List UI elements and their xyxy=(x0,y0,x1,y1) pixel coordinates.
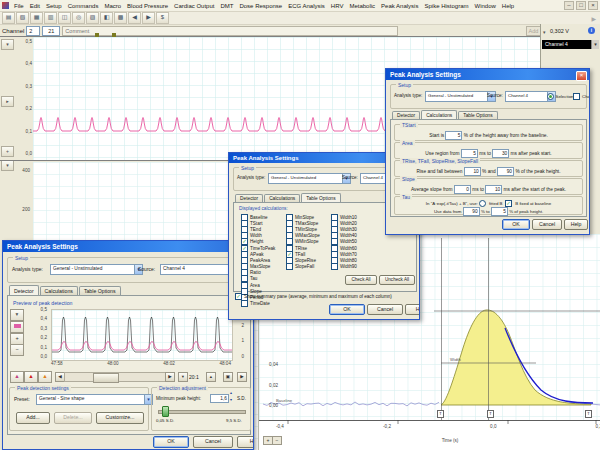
detection-mode-icon[interactable]: ▾ xyxy=(10,309,24,321)
menu-item[interactable]: Edit xyxy=(27,3,43,9)
add-preset-button[interactable]: Add... xyxy=(16,412,50,424)
slope-from-input[interactable]: 0 xyxy=(454,185,471,194)
tab-detector[interactable]: Detector xyxy=(9,285,39,295)
risefall-high-input[interactable]: 90 xyxy=(497,167,514,176)
menu-item[interactable]: DMT xyxy=(217,3,236,9)
menu-item[interactable]: ECG Analysis xyxy=(285,3,328,9)
help-button[interactable]: Help xyxy=(237,436,254,448)
info-icon[interactable]: i xyxy=(588,27,595,34)
customize-preset-button[interactable]: Customize... xyxy=(96,412,144,424)
menu-item[interactable]: Spike Histogram xyxy=(421,3,471,9)
peak-shape-button-1[interactable]: ▲ xyxy=(10,371,24,383)
view-mode-icon[interactable]: ▣ xyxy=(223,372,233,382)
start-icon[interactable]: ▶ xyxy=(591,15,600,22)
sampling-icon[interactable]: $ xyxy=(156,12,169,24)
min-peak-height-input[interactable]: 1,6 xyxy=(210,394,229,403)
area-to-input[interactable]: 30 xyxy=(492,149,509,158)
spinner-up-icon[interactable]: ▴ xyxy=(230,390,232,395)
notes-icon[interactable]: ▨ xyxy=(86,12,99,24)
save-icon[interactable]: ▦ xyxy=(30,12,43,24)
uncheck-all-button[interactable]: Uncheck All xyxy=(379,275,415,285)
peak-start-marker[interactable]: T xyxy=(437,410,444,418)
scroll-right-icon[interactable]: ▶ xyxy=(165,372,175,382)
summary-pane-checkbox[interactable]: ✓Show summary pane (average, minimum and… xyxy=(235,293,392,299)
menu-item[interactable]: Commands xyxy=(65,3,102,9)
menu-item[interactable]: Window xyxy=(471,3,498,9)
scrollbar-thumb[interactable] xyxy=(93,373,119,383)
tau-to-input[interactable]: 5 xyxy=(491,207,508,216)
next-block-icon[interactable]: ▶ xyxy=(142,12,155,24)
menu-item[interactable]: Blood Pressure xyxy=(124,3,171,9)
spinner-down-icon[interactable]: ▾ xyxy=(230,397,232,402)
ok-button[interactable]: OK xyxy=(329,304,365,315)
source-select[interactable]: Channel 4▾ xyxy=(160,264,237,275)
close-icon[interactable]: × xyxy=(588,1,598,10)
menu-item[interactable]: Cardiac Output xyxy=(171,3,217,9)
zoom-out-icon[interactable]: − xyxy=(10,344,24,356)
ok-button[interactable]: OK xyxy=(502,219,530,230)
block-number-box[interactable]: 21 xyxy=(42,26,60,36)
menu-item[interactable]: Peak Analysis xyxy=(378,3,421,9)
area-from-input[interactable]: 5 xyxy=(461,149,478,158)
comment-marker[interactable] xyxy=(112,33,116,37)
dialog-title-bar[interactable]: Peak Analysis Settings xyxy=(3,241,253,252)
menu-item[interactable]: Macro xyxy=(101,3,124,9)
play-preview-icon[interactable]: ▶ xyxy=(237,372,247,382)
chevron-down-icon[interactable]: ▾ xyxy=(591,40,599,49)
selection-radio[interactable]: Selection xyxy=(547,93,574,100)
analysis-type-select[interactable]: General - Unstimulated▾ xyxy=(425,91,496,102)
menu-item[interactable]: Metabolic xyxy=(346,3,378,9)
close-icon[interactable]: × xyxy=(576,71,587,81)
menu-item[interactable]: Dose Response xyxy=(236,3,285,9)
help-button[interactable]: Help xyxy=(564,219,588,230)
compress-down-icon[interactable]: ▾ xyxy=(178,372,188,382)
menu-item[interactable]: Help xyxy=(499,3,517,9)
cancel-button[interactable]: Cancel xyxy=(367,304,403,315)
fitted-b-radio[interactable] xyxy=(479,200,486,207)
zoom-icon[interactable]: ◎ xyxy=(72,12,85,24)
chart-view-icon[interactable]: ▩ xyxy=(114,12,127,24)
chevron-down-icon[interactable]: ▾ xyxy=(543,29,546,35)
slope-to-input[interactable]: 10 xyxy=(485,185,502,194)
calc-option-checkbox[interactable]: SlopeFall xyxy=(286,264,331,270)
dialog-title-bar[interactable]: Peak Analysis Settings xyxy=(386,69,589,80)
channel-spinner[interactable]: 2 xyxy=(26,26,40,36)
peak-center-marker[interactable]: T xyxy=(487,410,494,418)
analysis-type-select[interactable]: General - Unstimulated▾ xyxy=(50,264,143,275)
settings-icon[interactable]: ◧ xyxy=(100,12,113,24)
channel-selector[interactable]: Channel 4▾ xyxy=(542,40,599,49)
analysis-type-select[interactable]: General - Unstimulated▾ xyxy=(268,173,351,184)
risefall-low-input[interactable]: 10 xyxy=(464,167,481,176)
zoom-window-icon[interactable]: ◫ xyxy=(58,12,71,24)
tstart-input[interactable]: 5 xyxy=(445,131,462,140)
check-all-button[interactable]: Check All xyxy=(345,275,377,285)
menu-item[interactable]: HRV xyxy=(328,3,347,9)
help-button[interactable]: Help xyxy=(405,304,420,315)
peak-color-icon[interactable] xyxy=(10,321,24,333)
calc-option-checkbox[interactable]: TimeDate xyxy=(241,301,286,307)
channel-radio[interactable]: Channel xyxy=(573,93,590,100)
open-file-icon[interactable]: ▧ xyxy=(16,12,29,24)
print-icon[interactable]: ▥ xyxy=(44,12,57,24)
prev-block-icon[interactable]: ◀ xyxy=(128,12,141,24)
slider-thumb[interactable] xyxy=(162,406,169,417)
peak-shape-button-2[interactable]: ▲ xyxy=(24,371,38,383)
ok-button[interactable]: OK xyxy=(153,436,189,448)
tau-from-input[interactable]: 90 xyxy=(463,207,480,216)
new-file-icon[interactable]: ▤ xyxy=(2,12,15,24)
cancel-button[interactable]: Cancel xyxy=(532,219,562,230)
minimize-icon[interactable]: ‒ xyxy=(564,1,574,10)
peak-shape-button-3[interactable]: ▲ xyxy=(38,371,52,383)
delete-preset-button[interactable]: Delete... xyxy=(54,412,92,424)
preset-select[interactable]: General - Sine shape▾ xyxy=(36,394,153,405)
compress-up-icon[interactable]: ▴ xyxy=(206,372,216,382)
menu-item[interactable]: Setup xyxy=(43,3,65,9)
add-comment-button[interactable]: Add xyxy=(526,26,542,36)
peak-height-slider[interactable] xyxy=(158,410,246,414)
zoom-out-button[interactable]: − xyxy=(272,436,282,445)
preview-scrollbar[interactable] xyxy=(64,372,166,382)
menu-item[interactable]: File xyxy=(11,3,27,9)
b-fixed-checkbox[interactable]: ✓ xyxy=(505,200,512,207)
cancel-button[interactable]: Cancel xyxy=(193,436,233,448)
peak-end-marker[interactable]: T xyxy=(585,410,592,418)
